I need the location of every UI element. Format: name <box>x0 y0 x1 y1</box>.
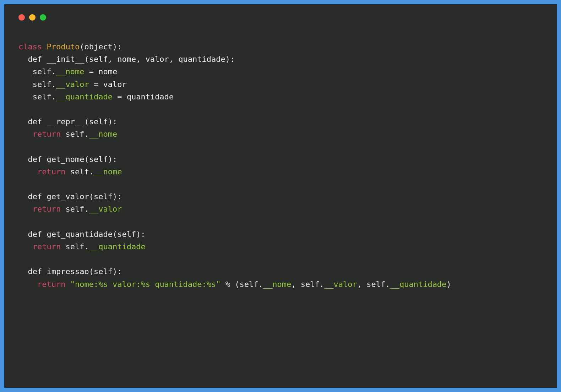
code-token-attr: __quantidade <box>89 242 146 251</box>
code-token-str: "nome:%s valor:%s quantidade:%s" <box>70 280 221 289</box>
code-token-attr: __valor <box>89 205 122 213</box>
code-token-attr: __valor <box>56 80 89 89</box>
code-token-attr: __quantidade <box>56 92 113 101</box>
code-window: class Produto(object): def __init__(self… <box>4 4 557 388</box>
window-titlebar <box>18 14 543 21</box>
code-token-attr: __nome <box>89 130 117 138</box>
code-block[interactable]: class Produto(object): def __init__(self… <box>18 40 543 290</box>
code-token-attr: __quantidade <box>390 280 446 289</box>
code-token-attr: __nome <box>263 280 291 289</box>
maximize-icon[interactable] <box>40 14 46 21</box>
code-token-attr: __nome <box>56 67 84 76</box>
code-token-kw: class <box>18 42 47 51</box>
close-icon[interactable] <box>18 14 25 21</box>
code-token-kw: return <box>33 242 61 251</box>
code-token-attr: __nome <box>94 167 122 176</box>
code-token-kw: return <box>37 280 65 289</box>
code-token-kw: return <box>33 130 61 138</box>
minimize-icon[interactable] <box>29 14 36 21</box>
code-token-attr: __valor <box>324 280 357 289</box>
code-token-kw: return <box>37 167 65 176</box>
code-token-classname: Produto <box>47 42 80 51</box>
code-token-kw: return <box>33 205 61 213</box>
